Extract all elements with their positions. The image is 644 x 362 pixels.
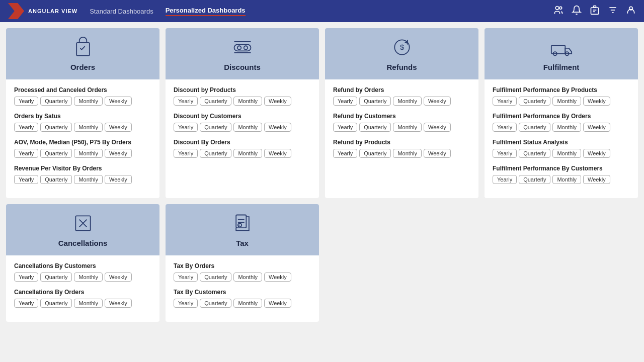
period-btn-monthly[interactable]: Monthly (74, 273, 103, 282)
period-btn-monthly[interactable]: Monthly (393, 97, 422, 106)
period-btn-quarterly[interactable]: Quarterly (200, 123, 231, 132)
nav-standard-dashboards[interactable]: Standard Dashboards (90, 8, 153, 15)
logo: ANGULAR VIEW (8, 3, 77, 19)
period-btn-quarterly[interactable]: Quarterly (519, 149, 550, 158)
period-buttons-fulfilment-0: YearlyQuarterlyMonthlyWeekly (493, 97, 630, 106)
period-btn-quarterly[interactable]: Quarterly (40, 97, 72, 106)
period-btn-monthly[interactable]: Monthly (552, 123, 581, 132)
period-btn-weekly[interactable]: Weekly (583, 149, 610, 158)
section-title-refunds-2: Refund by Products (333, 139, 470, 146)
card-discounts: DiscountsDiscount by ProductsYearlyQuart… (166, 28, 319, 198)
period-btn-yearly[interactable]: Yearly (333, 97, 357, 106)
section-tax-0: Tax By OrdersYearlyQuarterlyMonthlyWeekl… (174, 262, 311, 282)
period-btn-monthly[interactable]: Monthly (74, 149, 103, 158)
card-header-discounts: Discounts (166, 28, 319, 79)
period-btn-yearly[interactable]: Yearly (174, 149, 198, 158)
period-btn-yearly[interactable]: Yearly (14, 149, 38, 158)
period-btn-monthly[interactable]: Monthly (74, 123, 103, 132)
period-btn-quarterly[interactable]: Quarterly (359, 97, 391, 106)
users-icon[interactable] (553, 5, 564, 17)
period-btn-quarterly[interactable]: Quarterly (200, 299, 231, 308)
period-btn-yearly[interactable]: Yearly (333, 149, 357, 158)
period-btn-weekly[interactable]: Weekly (424, 97, 451, 106)
period-btn-yearly[interactable]: Yearly (174, 97, 198, 106)
period-btn-yearly[interactable]: Yearly (493, 175, 517, 184)
period-btn-monthly[interactable]: Monthly (552, 97, 581, 106)
section-title-orders-2: AOV, Mode, Median (P50), P75 By Orders (14, 139, 151, 146)
period-btn-quarterly[interactable]: Quarterly (200, 97, 231, 106)
period-btn-weekly[interactable]: Weekly (424, 149, 451, 158)
period-btn-quarterly[interactable]: Quarterly (359, 123, 391, 132)
period-btn-quarterly[interactable]: Quarterly (200, 149, 231, 158)
navbar-left: ANGULAR VIEW Standard Dashboards Persona… (8, 3, 246, 19)
filter-icon[interactable] (608, 5, 618, 17)
period-btn-weekly[interactable]: Weekly (264, 123, 291, 132)
period-btn-monthly[interactable]: Monthly (74, 97, 103, 106)
period-btn-quarterly[interactable]: Quarterly (40, 175, 72, 184)
period-btn-weekly[interactable]: Weekly (105, 123, 132, 132)
period-btn-weekly[interactable]: Weekly (264, 299, 291, 308)
period-btn-yearly[interactable]: Yearly (493, 123, 517, 132)
nav-personalized-dashboards[interactable]: Personalized Dashboards (166, 7, 246, 16)
period-btn-yearly[interactable]: Yearly (14, 175, 38, 184)
period-btn-quarterly[interactable]: Quarterly (40, 273, 72, 282)
period-buttons-refunds-2: YearlyQuarterlyMonthlyWeekly (333, 149, 470, 158)
period-btn-monthly[interactable]: Monthly (552, 149, 581, 158)
period-btn-quarterly[interactable]: Quarterly (40, 123, 72, 132)
period-buttons-fulfilment-3: YearlyQuarterlyMonthlyWeekly (493, 175, 630, 184)
user-icon[interactable] (626, 5, 636, 17)
period-btn-monthly[interactable]: Monthly (393, 149, 422, 158)
period-btn-monthly[interactable]: Monthly (233, 123, 262, 132)
section-cancellations-1: Cancellations By OrdersYearlyQuarterlyMo… (14, 289, 151, 308)
period-btn-weekly[interactable]: Weekly (583, 97, 610, 106)
period-btn-yearly[interactable]: Yearly (174, 299, 198, 308)
card-title-refunds: Refunds (387, 63, 417, 71)
period-btn-monthly[interactable]: Monthly (233, 149, 262, 158)
period-btn-yearly[interactable]: Yearly (14, 97, 38, 106)
period-btn-weekly[interactable]: Weekly (583, 175, 610, 184)
fulfilment-icon (550, 36, 573, 60)
period-buttons-tax-0: YearlyQuarterlyMonthlyWeekly (174, 273, 311, 282)
period-btn-weekly[interactable]: Weekly (105, 149, 132, 158)
period-btn-monthly[interactable]: Monthly (233, 97, 262, 106)
logo-text: ANGULAR VIEW (28, 8, 77, 14)
period-btn-yearly[interactable]: Yearly (14, 273, 38, 282)
period-btn-monthly[interactable]: Monthly (233, 273, 262, 282)
svg-point-0 (555, 7, 559, 10)
period-btn-quarterly[interactable]: Quarterly (200, 273, 231, 282)
period-btn-yearly[interactable]: Yearly (174, 273, 198, 282)
period-btn-monthly[interactable]: Monthly (74, 175, 103, 184)
period-btn-quarterly[interactable]: Quarterly (40, 149, 72, 158)
card-tax: TaxTax By OrdersYearlyQuarterlyMonthlyWe… (166, 204, 319, 322)
period-btn-monthly[interactable]: Monthly (393, 123, 422, 132)
period-btn-weekly[interactable]: Weekly (264, 97, 291, 106)
period-btn-weekly[interactable]: Weekly (583, 123, 610, 132)
period-btn-yearly[interactable]: Yearly (493, 149, 517, 158)
period-btn-weekly[interactable]: Weekly (264, 273, 291, 282)
period-btn-yearly[interactable]: Yearly (14, 299, 38, 308)
period-buttons-discounts-0: YearlyQuarterlyMonthlyWeekly (174, 97, 311, 106)
period-btn-yearly[interactable]: Yearly (174, 123, 198, 132)
period-btn-yearly[interactable]: Yearly (493, 97, 517, 106)
period-btn-quarterly[interactable]: Quarterly (359, 149, 391, 158)
bell-icon[interactable] (572, 5, 582, 17)
period-btn-quarterly[interactable]: Quarterly (519, 97, 550, 106)
period-btn-quarterly[interactable]: Quarterly (519, 175, 550, 184)
clipboard-icon[interactable] (590, 5, 600, 17)
period-btn-weekly[interactable]: Weekly (105, 97, 132, 106)
period-btn-weekly[interactable]: Weekly (105, 175, 132, 184)
period-btn-weekly[interactable]: Weekly (105, 273, 132, 282)
logo-icon (8, 3, 24, 19)
period-btn-yearly[interactable]: Yearly (333, 123, 357, 132)
period-btn-weekly[interactable]: Weekly (264, 149, 291, 158)
period-btn-quarterly[interactable]: Quarterly (519, 123, 550, 132)
period-btn-yearly[interactable]: Yearly (14, 123, 38, 132)
period-btn-monthly[interactable]: Monthly (74, 299, 103, 308)
period-btn-monthly[interactable]: Monthly (552, 175, 581, 184)
section-orders-3: Revenue Per Visitor By OrdersYearlyQuart… (14, 165, 151, 184)
period-btn-weekly[interactable]: Weekly (424, 123, 451, 132)
refunds-icon: $ (391, 36, 413, 60)
period-btn-monthly[interactable]: Monthly (233, 299, 262, 308)
period-btn-weekly[interactable]: Weekly (105, 299, 132, 308)
period-btn-quarterly[interactable]: Quarterly (40, 299, 72, 308)
